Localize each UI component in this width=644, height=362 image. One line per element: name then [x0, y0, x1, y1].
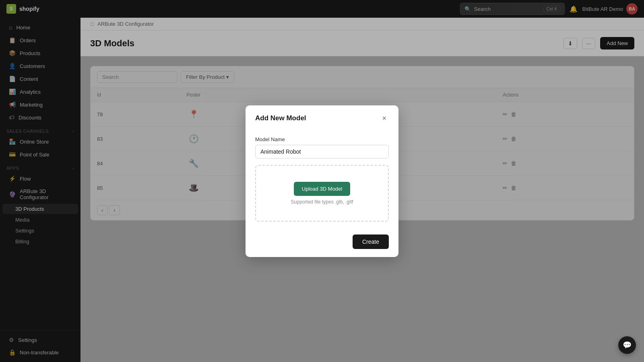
modal-header: Add New Model × — [246, 105, 398, 130]
modal-overlay: Add New Model × Model Name Upload 3D Mod… — [0, 0, 644, 362]
upload-area: Upload 3D Model Supported file types .gl… — [255, 165, 389, 222]
create-button[interactable]: Create — [353, 234, 389, 249]
chat-icon: 💬 — [623, 341, 632, 350]
upload-3d-model-button[interactable]: Upload 3D Model — [294, 182, 350, 196]
model-name-input[interactable] — [255, 145, 389, 158]
modal-title: Add New Model — [255, 114, 306, 122]
modal-body: Model Name Upload 3D Model Supported fil… — [246, 130, 398, 230]
modal-close-button[interactable]: × — [380, 113, 389, 123]
upload-hint: Supported file types .glb, .gltf — [291, 199, 353, 205]
chat-bubble-button[interactable]: 💬 — [618, 336, 636, 354]
add-new-model-dialog: Add New Model × Model Name Upload 3D Mod… — [246, 105, 398, 257]
model-name-label: Model Name — [255, 136, 389, 142]
modal-footer: Create — [246, 230, 398, 257]
